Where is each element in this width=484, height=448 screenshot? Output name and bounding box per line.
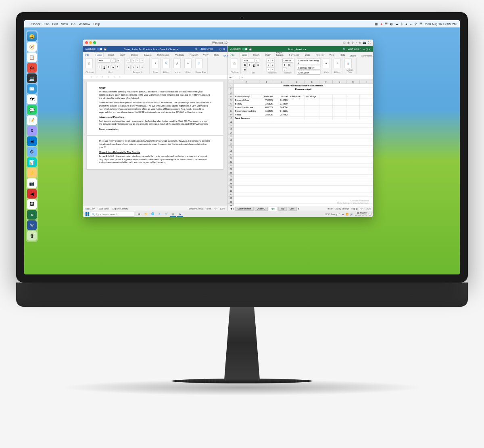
task-view[interactable]: ⊡ — [136, 211, 142, 217]
percent[interactable]: % — [287, 63, 291, 67]
taskbar-explorer[interactable]: 📁 — [143, 211, 148, 217]
align-bot[interactable]: ≡ — [266, 63, 270, 67]
dock-app[interactable]: ✉️ — [27, 84, 37, 94]
ruler[interactable]: 123456 — [83, 75, 227, 79]
styles-button[interactable]: A — [152, 59, 159, 68]
document-area[interactable]: RRSP The reassessment correctly includes… — [83, 79, 227, 206]
tray-onedrive[interactable]: ☁ — [342, 213, 344, 216]
header-cell[interactable]: % Change — [305, 95, 319, 98]
close-button[interactable] — [85, 41, 88, 44]
search-icon[interactable]: 🔍 — [195, 48, 198, 50]
tab-design[interactable]: Design — [130, 53, 140, 57]
italic-button[interactable]: I — [98, 65, 102, 69]
taskbar-app[interactable]: 🛒 — [163, 211, 169, 217]
dock-app[interactable]: 💬 — [27, 105, 37, 115]
dock-app[interactable]: 📋 — [27, 52, 37, 62]
word-doc-title[interactable]: Ginter, Josh - Tax Practice Exam Case 1 … — [124, 48, 178, 50]
header-cell[interactable]: Forecast — [259, 95, 274, 98]
vm-icon[interactable]: ⊡ — [343, 41, 346, 44]
col-header[interactable]: E — [305, 80, 319, 84]
col-header[interactable]: D — [289, 80, 304, 84]
sub-button[interactable]: x₂ — [111, 65, 115, 69]
focus-mode[interactable]: Focus — [206, 207, 212, 210]
dock-trash[interactable]: 🗑 — [27, 231, 37, 241]
numbering-button[interactable]: 1 — [131, 59, 135, 63]
tab-file[interactable]: File — [229, 53, 236, 57]
close-icon[interactable]: ✕ — [369, 48, 371, 50]
editing-button[interactable]: 🔍 — [163, 59, 170, 68]
tab-insert[interactable]: Insert — [107, 53, 115, 57]
align-mid[interactable]: ≡ — [271, 59, 275, 63]
language[interactable]: English (Canada) — [112, 207, 128, 210]
menu-help[interactable]: Help — [93, 22, 100, 26]
col-header[interactable]: C — [274, 80, 289, 84]
align-center-button[interactable]: ≡ — [131, 65, 135, 69]
autosave-toggle[interactable] — [242, 48, 248, 50]
col-header[interactable]: G — [333, 80, 346, 84]
taskbar-excel[interactable]: X — [170, 211, 176, 217]
cond-format[interactable]: Conditional Formatting ▾ — [297, 59, 320, 65]
strike-button[interactable]: S — [106, 65, 111, 69]
wifi-icon[interactable]: ⌄ — [409, 22, 412, 26]
underline-button[interactable]: U — [102, 65, 106, 69]
italic-button[interactable]: I — [247, 63, 251, 67]
word-count[interactable]: 1665 words — [99, 207, 109, 210]
sheet-subtitle[interactable]: Revenue - April — [234, 88, 373, 91]
sheet-tab-documentation[interactable]: Documentation — [235, 207, 254, 211]
menu-view[interactable]: View — [61, 22, 68, 26]
header-cell[interactable]: Product Group — [234, 95, 259, 98]
vm-icon[interactable]: ⚙ — [351, 41, 354, 44]
tab-view[interactable]: View — [202, 53, 210, 57]
status-icon[interactable]: ● — [380, 22, 382, 26]
outdent-button[interactable]: → — [140, 59, 144, 63]
currency[interactable]: $ — [282, 63, 286, 67]
dock-app[interactable]: ⚡ — [27, 168, 37, 178]
dock-app[interactable]: 🗂 — [27, 63, 37, 73]
total-label[interactable]: Total Revenue — [234, 117, 259, 120]
tab-page-layout[interactable]: Page Layout — [275, 50, 285, 57]
vm-icon[interactable]: ◉ — [347, 41, 350, 44]
col-header[interactable]: B — [259, 80, 274, 84]
underline-button[interactable]: U — [252, 63, 256, 67]
align-left-button[interactable]: ≡ — [127, 65, 131, 69]
tab-home[interactable]: Home — [94, 52, 104, 57]
font-name[interactable]: Arial — [243, 59, 254, 63]
tab-formulas[interactable]: Formulas — [288, 53, 300, 57]
vm-icon[interactable]: ⊕ — [359, 41, 361, 44]
col-header[interactable]: A — [234, 80, 259, 84]
vm-icon[interactable]: ⛶ — [368, 41, 371, 44]
autosave-toggle[interactable] — [97, 48, 102, 50]
dock-app[interactable]: 💻 — [27, 73, 37, 83]
zoom-slider[interactable]: ━●━ — [214, 207, 217, 210]
sheet-tab-june[interactable]: June — [288, 207, 297, 211]
tray-volume[interactable]: 🔊 — [350, 213, 353, 216]
comma[interactable]: , — [282, 67, 286, 71]
dock-finder[interactable]: 😀 — [27, 31, 37, 41]
menu-go[interactable]: Go — [71, 22, 75, 26]
date[interactable]: 2021-08-16 — [355, 214, 367, 217]
control-center-icon[interactable]: ☰ — [419, 22, 422, 26]
menu-window[interactable]: Window — [79, 22, 90, 26]
analyze-button[interactable]: 📊 — [344, 59, 352, 68]
paste-button[interactable]: 📋 — [86, 59, 93, 68]
status-icon[interactable]: ☰ — [385, 22, 388, 26]
taskbar-app[interactable]: 📧 — [156, 211, 162, 217]
comments-button[interactable]: Comments — [361, 54, 372, 57]
paste-button[interactable]: 📋 — [231, 59, 238, 68]
taskbar-search[interactable]: 🔍 Type here to search — [90, 212, 134, 217]
minimize-icon[interactable]: — — [215, 48, 218, 50]
cell-reference[interactable]: H13 — [228, 76, 240, 79]
bluetooth-icon[interactable]: ᛒ — [401, 22, 403, 26]
dock-app[interactable]: 📷 — [27, 178, 37, 188]
cells-button[interactable]: ⊞ — [323, 59, 330, 68]
dock-app[interactable]: ⚙ — [27, 147, 37, 157]
dock-app[interactable]: 📊 — [27, 157, 37, 167]
vm-icon[interactable]: ♪ — [355, 41, 357, 44]
align-top[interactable]: ≡ — [266, 59, 270, 63]
search-icon[interactable]: ⚲ — [415, 22, 417, 26]
taskbar-word[interactable]: W — [177, 211, 183, 217]
align-right-button[interactable]: ≡ — [136, 65, 140, 69]
font-size[interactable]: 10 — [255, 59, 259, 63]
sheet-title[interactable]: Pluto Pharmaceuticals-North America — [234, 84, 373, 88]
tab-help[interactable]: Help — [213, 53, 220, 57]
